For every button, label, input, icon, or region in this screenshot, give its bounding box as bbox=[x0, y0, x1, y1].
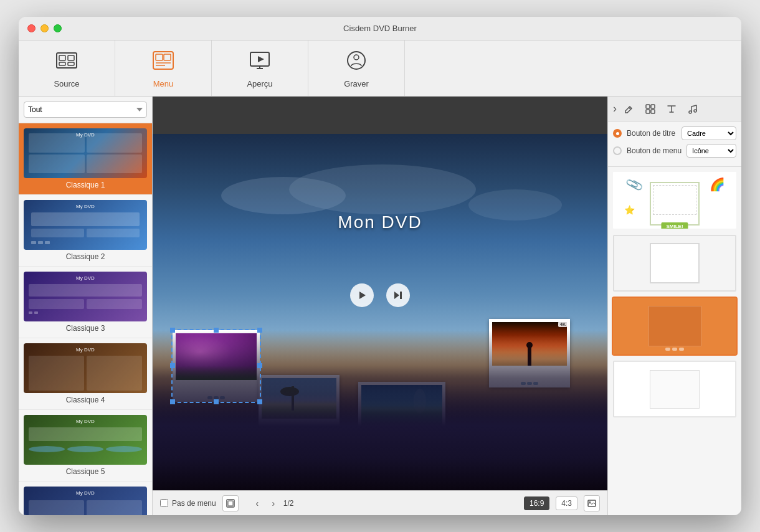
template-item-5[interactable]: My DVD Classique 5 bbox=[19, 410, 152, 482]
thumb-title-2: My DVD bbox=[76, 204, 95, 209]
thumb-5: My DVD bbox=[24, 415, 147, 465]
thumb-4: My DVD bbox=[24, 343, 147, 393]
menu-style-select[interactable]: Icône Texte Cadre bbox=[686, 144, 736, 158]
frame-white2-inner bbox=[613, 361, 736, 417]
svg-rect-20 bbox=[228, 501, 233, 506]
window-controls bbox=[27, 24, 62, 32]
no-menu-label: Pas de menu bbox=[172, 499, 216, 508]
thumb-cell bbox=[29, 154, 85, 174]
dvd-controls bbox=[350, 283, 410, 307]
svg-point-14 bbox=[348, 52, 365, 69]
svg-rect-26 bbox=[646, 110, 650, 113]
right-panel-arrow[interactable]: › bbox=[613, 102, 617, 115]
template-item-1[interactable]: My DVD Classique 1 bbox=[19, 123, 152, 195]
svg-marker-17 bbox=[394, 292, 399, 299]
window-title: Cisdem DVD Burner bbox=[343, 24, 417, 33]
svg-rect-2 bbox=[68, 55, 74, 60]
ratio-4-3-button[interactable]: 4:3 bbox=[556, 496, 577, 510]
no-menu-check[interactable] bbox=[160, 499, 168, 507]
title-option-row: Bouton de titre Cadre Icône Texte bbox=[613, 126, 736, 140]
edit-tool-button[interactable] bbox=[620, 100, 638, 118]
template-label-3: Classique 3 bbox=[24, 324, 147, 333]
frame-orange[interactable] bbox=[612, 297, 738, 356]
template-item-3[interactable]: My DVD Cla bbox=[19, 267, 152, 338]
next-page-button[interactable]: › bbox=[267, 497, 280, 510]
svg-rect-7 bbox=[164, 54, 171, 60]
svg-rect-24 bbox=[646, 105, 650, 108]
grid-tool-button[interactable] bbox=[642, 100, 659, 118]
close-button[interactable] bbox=[27, 24, 36, 32]
thumb-3: My DVD bbox=[24, 272, 147, 321]
music-tool-button[interactable] bbox=[684, 100, 701, 118]
play-button[interactable] bbox=[350, 283, 374, 307]
svg-marker-16 bbox=[359, 292, 366, 299]
music-icon bbox=[687, 103, 698, 115]
svg-marker-11 bbox=[258, 56, 264, 62]
text-icon bbox=[666, 103, 677, 115]
template-label-2: Classique 2 bbox=[24, 252, 147, 261]
template-label-4: Classique 4 bbox=[24, 396, 147, 404]
menu-icon bbox=[151, 49, 175, 75]
page-nav: ‹ › 1/2 bbox=[251, 497, 294, 510]
image-icon bbox=[587, 499, 596, 508]
thumb-title-6: My DVD bbox=[76, 490, 95, 496]
template-label-1: Classique 1 bbox=[24, 181, 147, 189]
thumb-1: My DVD bbox=[24, 128, 147, 178]
template-item-6[interactable]: My DVD Classique 6 bbox=[19, 482, 152, 515]
left-sidebar: Tout Classique Moderne Fun My DVD bbox=[19, 97, 153, 515]
svg-point-15 bbox=[354, 55, 359, 60]
next-button[interactable] bbox=[386, 283, 410, 307]
button-options: Bouton de titre Cadre Icône Texte Bouton… bbox=[608, 121, 741, 167]
maximize-button[interactable] bbox=[54, 24, 62, 32]
image-settings-button[interactable] bbox=[584, 495, 600, 511]
graver-icon bbox=[344, 49, 368, 75]
frame-templates: SMILE! 📎 🌈 ⭐ bbox=[608, 167, 741, 515]
no-menu-checkbox[interactable]: Pas de menu bbox=[160, 499, 216, 508]
bottom-toolbar: Pas de menu ‹ › 1/2 16:9 4:3 bbox=[153, 490, 607, 515]
filter-section: Tout Classique Moderne Fun bbox=[19, 97, 152, 123]
city-lights: // This won't run in JSON context, so si… bbox=[153, 362, 607, 462]
toolbar-menu[interactable]: Menu bbox=[115, 40, 212, 96]
svg-rect-18 bbox=[400, 292, 402, 299]
frame-plain-inner bbox=[613, 235, 736, 292]
template-item-2[interactable]: My DVD bbox=[19, 195, 152, 267]
title-radio[interactable] bbox=[613, 129, 622, 138]
svg-rect-6 bbox=[156, 54, 163, 60]
apercu-label: Aperçu bbox=[247, 79, 272, 88]
toolbar-source[interactable]: Source bbox=[19, 40, 115, 96]
source-icon bbox=[55, 49, 78, 75]
frame-plain[interactable] bbox=[612, 234, 738, 293]
thumb-title-1: My DVD bbox=[76, 132, 95, 138]
template-label-5: Classique 5 bbox=[24, 467, 147, 476]
apercu-icon bbox=[248, 49, 272, 75]
titlebar: Cisdem DVD Burner bbox=[19, 17, 741, 40]
graver-label: Graver bbox=[344, 79, 369, 88]
frame-smile[interactable]: SMILE! 📎 🌈 ⭐ bbox=[612, 171, 738, 230]
minimize-button[interactable] bbox=[40, 24, 49, 32]
thumb-title-5: My DVD bbox=[76, 419, 95, 424]
frame-orange-inner bbox=[613, 298, 736, 354]
menu-label: Menu bbox=[153, 79, 174, 88]
ratio-16-9-button[interactable]: 16:9 bbox=[524, 496, 549, 510]
menu-option-label: Bouton de menu bbox=[627, 146, 682, 155]
dvd-preview[interactable]: Mon DVD bbox=[153, 134, 607, 490]
menu-radio[interactable] bbox=[613, 146, 622, 155]
svg-rect-27 bbox=[651, 110, 655, 113]
template-item-4[interactable]: My DVD Classique 4 bbox=[19, 338, 152, 410]
main-content: Tout Classique Moderne Fun My DVD bbox=[19, 97, 741, 515]
main-toolbar: Source Menu bbox=[19, 40, 741, 97]
fit-icon bbox=[226, 499, 235, 508]
frame-white2[interactable] bbox=[612, 359, 738, 419]
fit-screen-button[interactable] bbox=[222, 495, 239, 511]
frame-smile-inner: SMILE! 📎 🌈 ⭐ bbox=[613, 172, 736, 229]
title-style-select[interactable]: Cadre Icône Texte bbox=[682, 126, 736, 140]
right-panel: › bbox=[607, 97, 741, 515]
thumb-cell bbox=[87, 154, 143, 174]
filter-select[interactable]: Tout Classique Moderne Fun bbox=[24, 102, 147, 118]
text-tool-button[interactable] bbox=[663, 100, 680, 118]
svg-point-29 bbox=[694, 110, 696, 112]
toolbar-graver[interactable]: Graver bbox=[308, 40, 405, 96]
prev-page-button[interactable]: ‹ bbox=[251, 497, 264, 510]
canvas-area: Mon DVD bbox=[153, 97, 607, 515]
toolbar-apercu[interactable]: Aperçu bbox=[212, 40, 308, 96]
